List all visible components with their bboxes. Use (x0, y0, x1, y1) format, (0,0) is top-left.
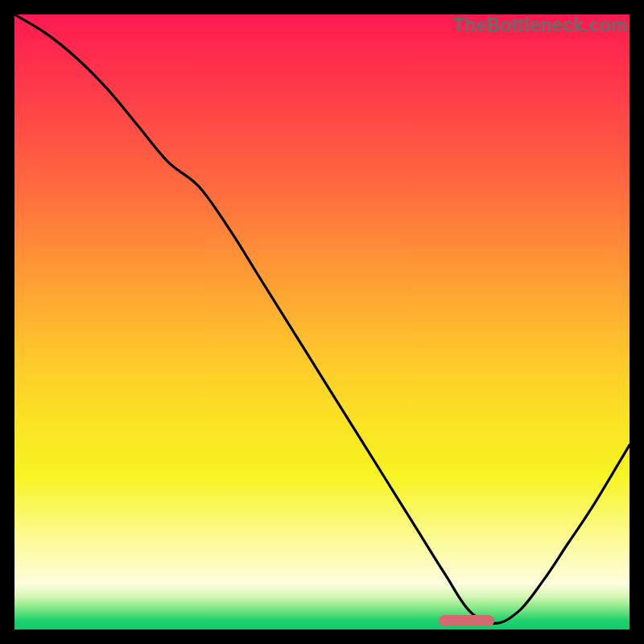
chart-area: TheBottleneck.com (14, 14, 630, 630)
optimum-marker (439, 615, 494, 626)
chart-frame: TheBottleneck.com (11, 11, 633, 633)
bottleneck-curve (14, 14, 630, 630)
